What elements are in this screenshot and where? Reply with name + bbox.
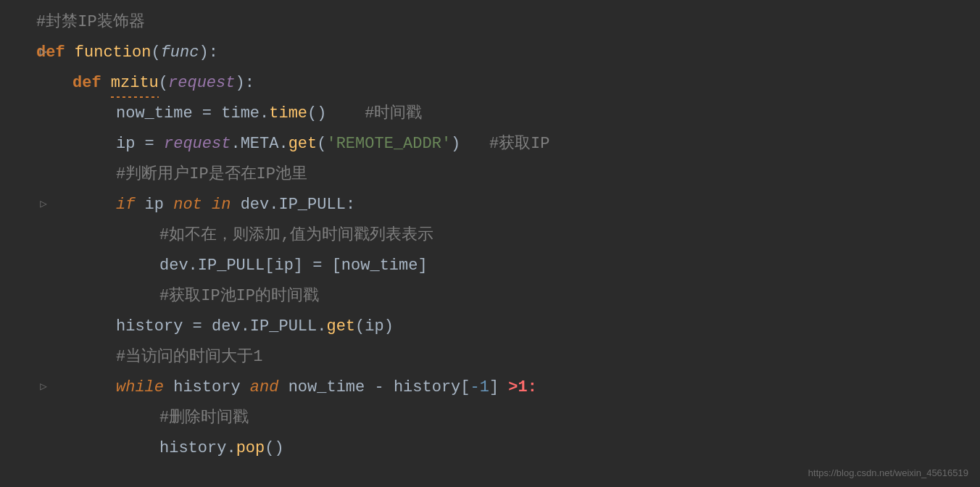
line-def-mzitu: def mzitu(request): bbox=[29, 68, 980, 99]
dot-7: . bbox=[317, 314, 326, 339]
keyword-not: not bbox=[173, 192, 202, 217]
comment-timestamp: #时间戳 bbox=[326, 101, 422, 126]
paren-open-2: ( bbox=[159, 70, 168, 96]
op-space bbox=[499, 375, 508, 400]
var-dev-ip-pull: dev bbox=[241, 192, 270, 217]
line-comment-delete: #删除时间戳 bbox=[29, 403, 980, 433]
keyword-and: and bbox=[250, 375, 279, 400]
op-assign-4: = bbox=[183, 314, 212, 339]
squiggle-mzitu: mzitu bbox=[111, 70, 159, 96]
keyword-while: while bbox=[116, 375, 164, 400]
keyword-in: in bbox=[212, 192, 231, 217]
arrow-icon-1: ▷ bbox=[40, 43, 47, 62]
line-comment-when: #当访问的时间大于1 bbox=[29, 342, 980, 372]
paren-pop: () bbox=[265, 436, 283, 461]
var-ip-2: ip bbox=[145, 192, 164, 217]
comment-get-ip: #获取IP bbox=[460, 131, 549, 157]
var-time: time bbox=[221, 101, 259, 126]
dot-1: . bbox=[259, 101, 269, 126]
code-editor: #封禁IP装饰器 ▷ def function(func): def mzitu… bbox=[0, 0, 980, 471]
var-ip-3: ip bbox=[274, 253, 293, 278]
call-get: get bbox=[288, 131, 317, 157]
keyword-if: if bbox=[116, 192, 135, 217]
op-assign-3: = bbox=[303, 253, 332, 278]
bracket-close-1: ] bbox=[294, 253, 303, 278]
func-name-function: function bbox=[75, 40, 151, 65]
var-history-3: history bbox=[394, 375, 460, 400]
gutter-1: ▷ bbox=[29, 43, 58, 62]
op-minus: - bbox=[365, 375, 394, 400]
line-def-function: ▷ def function(func): bbox=[29, 38, 980, 68]
var-ip-pull-3: IP_PULL bbox=[250, 314, 317, 339]
line-history-pop: history.pop() bbox=[29, 433, 980, 464]
line-title: #封禁IP装饰器 bbox=[29, 7, 980, 38]
dot-2: . bbox=[231, 131, 240, 157]
line-comment-get-ip: #获取IP池IP的时间戳 bbox=[29, 281, 980, 312]
var-history-1: history bbox=[116, 314, 183, 339]
line-comment-judge: #判断用户IP是否在IP池里 bbox=[29, 159, 980, 190]
paren-open-3: ( bbox=[317, 131, 326, 157]
func-name-mzitu: mzitu bbox=[111, 74, 159, 92]
dot-8: . bbox=[226, 436, 236, 461]
bracket-open-3: [ bbox=[460, 375, 470, 400]
arrow-icon-12: ▷ bbox=[40, 378, 47, 397]
line-now-time: now_time = time.time() #时间戳 bbox=[29, 99, 980, 129]
param-request: request bbox=[168, 70, 235, 96]
dot-4: . bbox=[269, 192, 278, 217]
line-ip: ip = request.META.get('REMOTE_ADDR') #获取… bbox=[29, 129, 980, 159]
num-minus1: -1 bbox=[470, 375, 489, 400]
call-pop: pop bbox=[236, 436, 265, 461]
comment-get-ip-time: #获取IP池IP的时间戳 bbox=[159, 283, 319, 309]
paren-history-close: ) bbox=[384, 314, 394, 339]
paren-close-3: ) bbox=[451, 131, 460, 157]
paren-time: () bbox=[307, 101, 326, 126]
comment-judge-ip: #判断用户IP是否在IP池里 bbox=[116, 162, 307, 187]
var-ip-pull-2: IP_PULL bbox=[198, 253, 265, 278]
dot-3: . bbox=[278, 131, 288, 157]
paren-close-2: ): bbox=[235, 70, 254, 96]
var-now-time-2: now_time bbox=[341, 253, 418, 278]
var-history-4: history bbox=[159, 436, 226, 461]
var-ip-4: ip bbox=[365, 314, 383, 339]
var-dev-3: dev bbox=[212, 314, 241, 339]
call-time: time bbox=[269, 101, 307, 126]
var-ip-1: ip bbox=[116, 131, 135, 157]
comment-when-gt1: #当访问的时间大于1 bbox=[116, 344, 262, 370]
paren-history: ( bbox=[355, 314, 365, 339]
bracket-close-3: ] bbox=[489, 375, 499, 400]
var-request-obj: request bbox=[164, 131, 231, 157]
op-assign-1: = bbox=[193, 101, 222, 126]
bracket-open-1: [ bbox=[265, 253, 274, 278]
var-now-time: now_time bbox=[116, 101, 193, 126]
op-gt1: >1: bbox=[508, 375, 537, 400]
gutter-6: ▷ bbox=[29, 196, 58, 215]
var-meta: META bbox=[241, 131, 279, 157]
comment-delete-ts: #删除时间戳 bbox=[159, 405, 249, 430]
str-remote-addr: 'REMOTE_ADDR' bbox=[326, 131, 451, 157]
gutter-12: ▷ bbox=[29, 378, 58, 397]
paren-close-1: ): bbox=[199, 40, 217, 65]
param-func: func bbox=[161, 40, 199, 65]
var-dev-2: dev bbox=[159, 253, 188, 278]
line-history: history = dev.IP_PULL.get(ip) bbox=[29, 312, 980, 342]
bracket-close-2: ] bbox=[418, 253, 427, 278]
line-dev-assign: dev.IP_PULL[ip] = [now_time] bbox=[29, 251, 980, 281]
arrow-icon-6: ▷ bbox=[40, 196, 47, 215]
colon-1: : bbox=[346, 192, 355, 217]
watermark: https://blog.csdn.net/weixin_45616519 bbox=[808, 466, 968, 481]
var-history-2: history bbox=[173, 375, 240, 400]
keyword-def-2: def bbox=[72, 70, 101, 96]
call-get-2: get bbox=[326, 314, 355, 339]
line-while: ▷ while history and now_time - history[-… bbox=[29, 372, 980, 403]
op-assign-2: = bbox=[135, 131, 164, 157]
dot-6: . bbox=[241, 314, 250, 339]
comment-add-desc: #如不在，则添加,值为时间戳列表表示 bbox=[159, 222, 433, 248]
line-if: ▷ if ip not in dev.IP_PULL: bbox=[29, 190, 980, 220]
var-now-time-3: now_time bbox=[288, 375, 365, 400]
var-ip-pull-1: IP_PULL bbox=[278, 192, 345, 217]
line-comment-add: #如不在，则添加,值为时间戳列表表示 bbox=[29, 220, 980, 251]
paren-open-1: ( bbox=[151, 40, 160, 65]
title-comment: #封禁IP装饰器 bbox=[36, 9, 145, 35]
dot-5: . bbox=[188, 253, 198, 278]
bracket-open-2: [ bbox=[332, 253, 341, 278]
